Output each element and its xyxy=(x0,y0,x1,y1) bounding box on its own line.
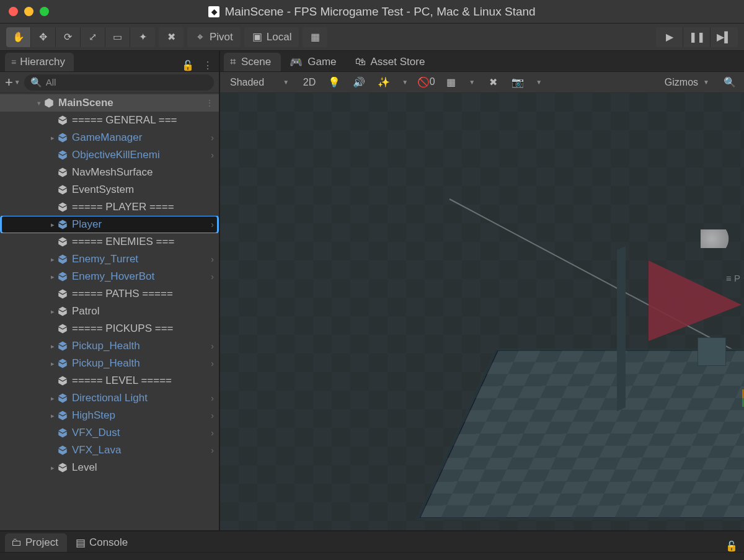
scale-tool[interactable]: ⤢ xyxy=(81,27,105,47)
create-button[interactable]: +▼ xyxy=(5,74,20,91)
pivot-toggle[interactable]: ⌖ Pivot xyxy=(187,27,241,47)
toggle-2d[interactable]: 2D xyxy=(300,77,319,88)
hierarchy-search[interactable]: 🔍 All xyxy=(24,74,214,91)
multi-tool[interactable]: ✦ xyxy=(130,27,155,47)
hierarchy-item[interactable]: ▸Enemy_Turret› xyxy=(0,251,219,268)
hierarchy-tab[interactable]: ≡ Hierarchy xyxy=(5,53,74,71)
camera-toggle[interactable]: 📷 xyxy=(508,76,527,88)
open-prefab-icon[interactable]: › xyxy=(211,428,214,438)
open-prefab-icon[interactable]: › xyxy=(211,133,214,143)
shading-mode-dropdown[interactable]: Shaded ▼ xyxy=(225,77,294,88)
expand-toggle[interactable]: ▸ xyxy=(48,134,57,142)
hierarchy-item[interactable]: ▸Pickup_Health› xyxy=(0,337,219,355)
hierarchy-item[interactable]: VFX_Dust› xyxy=(0,424,219,442)
hierarchy-item[interactable]: ▸Enemy_HoverBot› xyxy=(0,268,219,285)
close-window-button[interactable] xyxy=(9,7,18,16)
grid-toggle[interactable]: ▦ xyxy=(441,76,460,88)
scene-row[interactable]: ▾ MainScene ⋮ xyxy=(0,94,219,112)
hierarchy-item[interactable]: ===== PICKUPS === xyxy=(0,320,219,337)
expand-toggle[interactable]: ▸ xyxy=(48,342,57,350)
lock-icon[interactable]: 🔓 xyxy=(725,540,738,552)
toggle-lighting[interactable]: 💡 xyxy=(325,76,343,88)
local-toggle[interactable]: ▣ Local xyxy=(244,27,299,47)
fx-dropdown[interactable]: ▼ xyxy=(399,79,410,86)
scene-menu-icon[interactable]: ⋮ xyxy=(205,98,214,108)
hierarchy-item[interactable]: ===== GENERAL === xyxy=(0,112,219,129)
visibility-toggle[interactable]: 🚫0 xyxy=(417,76,435,88)
open-prefab-icon[interactable]: › xyxy=(211,150,214,160)
camera-dropdown[interactable]: ▼ xyxy=(533,79,544,86)
hierarchy-panel: ≡ Hierarchy 🔓 ⋮ +▼ 🔍 All ▾ M xyxy=(0,51,220,530)
open-prefab-icon[interactable]: › xyxy=(211,272,214,282)
eye-off-icon: 🚫 xyxy=(417,76,430,88)
tab-game[interactable]: 🎮 Game xyxy=(283,53,346,71)
hierarchy-item[interactable]: ▸GameManager› xyxy=(0,129,219,146)
hierarchy-item[interactable]: ▸Level xyxy=(0,459,219,476)
scene-search[interactable]: 🔍 xyxy=(720,76,739,88)
grid-dropdown[interactable]: ▼ xyxy=(466,79,477,86)
play-button[interactable]: ▶ xyxy=(656,27,683,47)
hierarchy-item-label: NavMeshSurface xyxy=(72,166,214,179)
gameobject-icon xyxy=(57,462,68,473)
open-prefab-icon[interactable]: › xyxy=(211,358,214,368)
workspace: ≡ Hierarchy 🔓 ⋮ +▼ 🔍 All ▾ M xyxy=(0,51,744,530)
hierarchy-item[interactable]: ===== ENEMIES === xyxy=(0,233,219,251)
pause-button[interactable]: ❚❚ xyxy=(683,27,711,47)
local-label: Local xyxy=(267,31,292,43)
expand-toggle[interactable]: ▸ xyxy=(48,308,57,316)
expand-toggle[interactable]: ▸ xyxy=(48,464,57,472)
hierarchy-item[interactable]: ▸Pickup_Health› xyxy=(0,355,219,372)
toggle-fx[interactable]: ✨ xyxy=(374,76,393,88)
open-prefab-icon[interactable]: › xyxy=(211,254,214,264)
minimize-window-button[interactable] xyxy=(24,7,33,16)
pause-icon: ❚❚ xyxy=(691,32,702,43)
panel-menu-icon[interactable]: ⋮ xyxy=(203,60,213,71)
hierarchy-item[interactable]: ObjectiveKillEnemi› xyxy=(0,146,219,164)
hierarchy-tab-label: Hierarchy xyxy=(20,56,65,68)
rect-tool[interactable]: ▭ xyxy=(105,27,130,47)
rotate-tool[interactable]: ⟳ xyxy=(56,27,81,47)
gizmos-dropdown[interactable]: Gizmos ▼ xyxy=(660,77,714,88)
tab-project[interactable]: 🗀 Project xyxy=(5,533,67,552)
open-prefab-icon[interactable]: › xyxy=(211,411,214,420)
hierarchy-item[interactable]: ▸Directional Light› xyxy=(0,389,219,407)
open-prefab-icon[interactable]: › xyxy=(211,445,214,455)
hand-tool[interactable]: ✋ xyxy=(6,27,31,47)
move-tool[interactable]: ✥ xyxy=(31,27,56,47)
hierarchy-item[interactable]: EventSystem xyxy=(0,181,219,198)
hierarchy-item-label: Patrol xyxy=(72,305,214,318)
search-icon: 🔍 xyxy=(30,77,42,88)
expand-toggle[interactable]: ▸ xyxy=(48,412,57,420)
tab-console[interactable]: ▤ Console xyxy=(69,533,136,552)
toggle-audio[interactable]: 🔊 xyxy=(350,76,368,88)
custom-tools[interactable]: ✖ xyxy=(159,27,184,47)
scene-viewport[interactable]: ≡ P xyxy=(220,93,744,530)
expand-toggle[interactable]: ▸ xyxy=(48,273,57,281)
lock-icon[interactable]: 🔓 xyxy=(182,60,194,71)
open-prefab-icon[interactable]: › xyxy=(211,220,214,229)
hierarchy-item[interactable]: ===== LEVEL ===== xyxy=(0,372,219,389)
zoom-window-button[interactable] xyxy=(40,7,49,16)
step-button[interactable]: ▶▌ xyxy=(711,27,738,47)
expand-toggle[interactable]: ▸ xyxy=(48,394,57,402)
tools-toggle[interactable]: ✖ xyxy=(484,76,502,88)
hierarchy-item[interactable]: ===== PLAYER ==== xyxy=(0,198,219,216)
hierarchy-item[interactable]: ▸HighStep› xyxy=(0,407,219,424)
hierarchy-item[interactable]: VFX_Lava› xyxy=(0,442,219,459)
hierarchy-item[interactable]: NavMeshSurface xyxy=(0,164,219,181)
expand-toggle[interactable]: ▾ xyxy=(35,99,43,107)
tab-project-label: Project xyxy=(25,536,58,549)
hierarchy-item[interactable]: ▸Player› xyxy=(0,216,219,233)
open-prefab-icon[interactable]: › xyxy=(211,341,214,351)
hierarchy-item[interactable]: ▸Patrol xyxy=(0,303,219,320)
expand-toggle[interactable]: ▸ xyxy=(48,256,57,264)
hierarchy-item-label: ===== PATHS ===== xyxy=(72,288,214,300)
expand-toggle[interactable]: ▸ xyxy=(48,360,57,368)
snap-toggle[interactable]: ▦ xyxy=(303,27,327,47)
tab-asset-store[interactable]: 🛍 Asset Store xyxy=(349,53,435,71)
hierarchy-tree[interactable]: ▾ MainScene ⋮ ===== GENERAL ===▸GameMana… xyxy=(0,93,219,530)
hierarchy-item[interactable]: ===== PATHS ===== xyxy=(0,285,219,303)
tab-scene[interactable]: ⌗ Scene xyxy=(224,53,281,71)
expand-toggle[interactable]: ▸ xyxy=(48,221,57,229)
open-prefab-icon[interactable]: › xyxy=(211,393,214,403)
